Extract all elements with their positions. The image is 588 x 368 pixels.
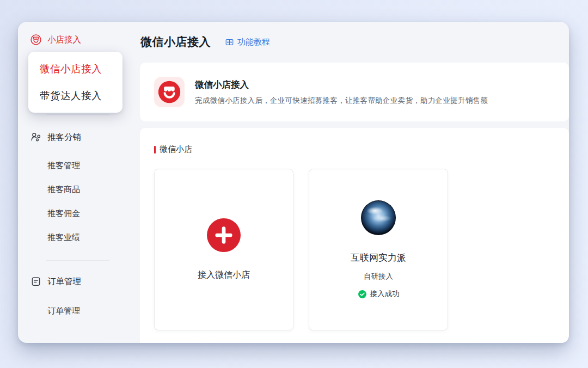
connected-store-card[interactable]: 互联网实力派 自研接入 接入成功 bbox=[309, 169, 448, 330]
store-status: 接入成功 bbox=[358, 289, 400, 299]
section-title-label: 微信小店 bbox=[160, 144, 192, 155]
sidebar-item-promoter-performance[interactable]: 推客业绩 bbox=[47, 232, 80, 243]
main-content: 微信小店接入 功能教程 微信小店接入 完成微信小店接入后，企业可快速招募推客， bbox=[139, 22, 569, 343]
section-title-marker bbox=[154, 146, 156, 154]
wechat-shop-logo bbox=[154, 77, 185, 107]
banner-title: 微信小店接入 bbox=[195, 79, 488, 91]
store-name: 互联网实力派 bbox=[351, 252, 406, 264]
sidebar-group-label: 订单管理 bbox=[47, 276, 81, 287]
sidebar-group-label: 推客分销 bbox=[47, 132, 81, 143]
sidebar-group-distribution[interactable]: 推客分销 bbox=[30, 131, 81, 143]
shop-access-popup-menu: 微信小店接入 带货达人接入 bbox=[28, 52, 122, 113]
sidebar: 小店接入 微信小店接入 带货达人接入 推客分销 推客管理 推客商品 推客佣金 推… bbox=[18, 22, 139, 343]
store-access-method: 自研接入 bbox=[364, 272, 393, 281]
open-book-icon bbox=[225, 38, 234, 47]
sidebar-item-shop-access[interactable]: 小店接入 bbox=[30, 34, 81, 46]
app-window: 小店接入 微信小店接入 带货达人接入 推客分销 推客管理 推客商品 推客佣金 推… bbox=[18, 22, 569, 343]
sidebar-item-label: 小店接入 bbox=[47, 34, 81, 46]
banner-texts: 微信小店接入 完成微信小店接入后，企业可快速招募推客，让推客帮助企业卖货，助力企… bbox=[195, 79, 488, 106]
success-check-icon bbox=[358, 290, 367, 299]
store-avatar bbox=[361, 200, 396, 235]
connect-shop-card[interactable]: 接入微信小店 bbox=[154, 169, 293, 330]
sidebar-group-orders[interactable]: 订单管理 bbox=[30, 275, 81, 287]
people-share-icon bbox=[30, 131, 42, 143]
store-status-label: 接入成功 bbox=[370, 289, 400, 299]
tutorial-link-label: 功能教程 bbox=[237, 37, 270, 47]
section-title: 微信小店 bbox=[154, 144, 555, 155]
page-header: 微信小店接入 功能教程 bbox=[139, 22, 569, 62]
tutorial-link[interactable]: 功能教程 bbox=[225, 37, 270, 47]
banner-description: 完成微信小店接入后，企业可快速招募推客，让推客帮助企业卖货，助力企业提升销售额 bbox=[195, 96, 488, 106]
sidebar-item-order-management[interactable]: 订单管理 bbox=[47, 306, 80, 316]
sidebar-divider bbox=[46, 114, 109, 115]
page-title: 微信小店接入 bbox=[140, 34, 211, 50]
store-icon bbox=[30, 34, 42, 46]
sidebar-item-promoter-management[interactable]: 推客管理 bbox=[47, 161, 80, 171]
add-shop-button[interactable] bbox=[207, 218, 241, 252]
menu-item-influencer-access[interactable]: 带货达人接入 bbox=[28, 82, 122, 109]
sidebar-item-promoter-commission[interactable]: 推客佣金 bbox=[47, 208, 80, 219]
store-cards-row: 接入微信小店 互联网实力派 自研接入 接入成功 bbox=[154, 169, 555, 330]
wechat-shop-section: 微信小店 接入微信小店 互联网实力派 自研接入 bbox=[140, 128, 569, 343]
connect-shop-label: 接入微信小店 bbox=[198, 269, 250, 281]
order-doc-icon bbox=[30, 275, 42, 287]
menu-item-wechat-shop-access[interactable]: 微信小店接入 bbox=[28, 56, 122, 82]
sidebar-item-promoter-products[interactable]: 推客商品 bbox=[47, 185, 80, 195]
banner-card: 微信小店接入 完成微信小店接入后，企业可快速招募推客，让推客帮助企业卖货，助力企… bbox=[140, 63, 569, 121]
sidebar-divider bbox=[46, 260, 109, 261]
